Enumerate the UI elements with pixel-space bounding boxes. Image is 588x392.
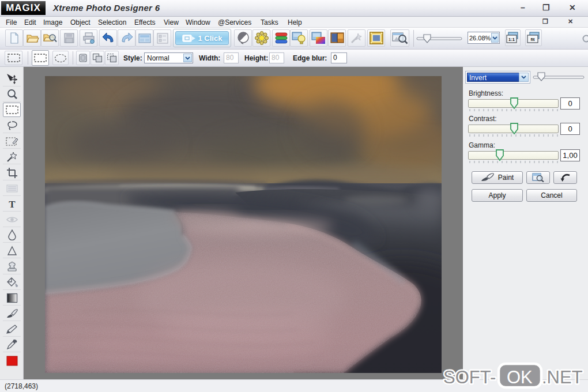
svg-text:SOFT-: SOFT-: [443, 367, 496, 387]
svg-text:OK: OK: [507, 367, 533, 387]
svg-text:1:1: 1:1: [508, 37, 515, 42]
svg-text:.NET: .NET: [542, 367, 583, 387]
svg-text:T: T: [9, 199, 16, 209]
svg-text:fit: fit: [530, 37, 535, 42]
